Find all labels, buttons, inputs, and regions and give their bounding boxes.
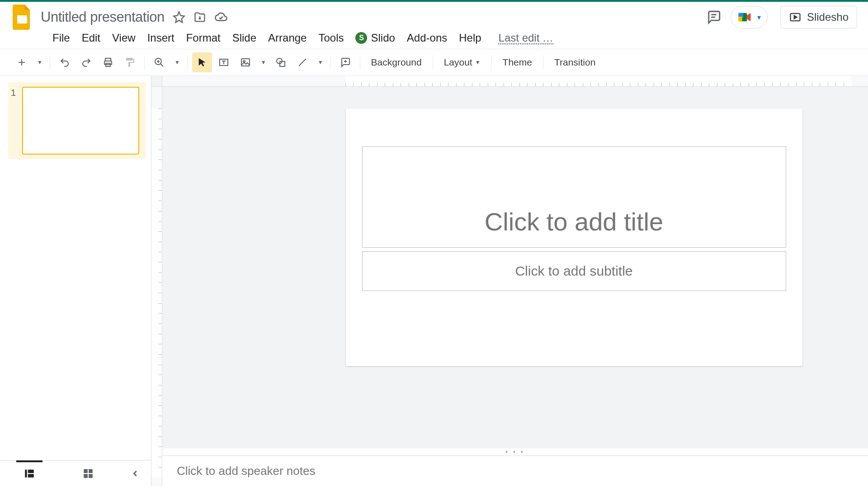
menu-help[interactable]: Help	[459, 32, 481, 44]
speaker-notes[interactable]: Click to add speaker notes	[162, 455, 868, 486]
comments-icon[interactable]	[706, 9, 722, 25]
background-button[interactable]: Background	[365, 52, 428, 72]
separator	[543, 55, 543, 70]
header: Untitled presentation ▾ Slidesho	[0, 2, 868, 29]
svg-rect-26	[25, 469, 27, 477]
zoom-button[interactable]	[149, 52, 169, 72]
separator	[50, 55, 50, 70]
print-button[interactable]	[98, 52, 118, 72]
svg-rect-30	[89, 469, 93, 473]
zoom-dropdown[interactable]: ▼	[171, 52, 183, 72]
menu-tools[interactable]: Tools	[318, 32, 344, 44]
svg-rect-5	[739, 17, 742, 22]
move-icon[interactable]	[193, 11, 206, 23]
slide-number: 1	[11, 87, 16, 155]
slide-canvas[interactable]: Click to add title Click to add subtitle	[346, 108, 802, 366]
cloud-status-icon[interactable]	[214, 10, 228, 24]
image-tool[interactable]	[236, 52, 255, 72]
transition-button[interactable]: Transition	[548, 52, 602, 72]
menu-edit[interactable]: Edit	[82, 32, 100, 44]
layout-button[interactable]: Layout ▼	[438, 52, 487, 72]
redo-button[interactable]	[76, 52, 96, 72]
dropdown-caret-icon: ▾	[757, 13, 761, 22]
slide-thumbnail[interactable]	[22, 87, 139, 155]
filmstrip-view-tab[interactable]	[0, 460, 59, 486]
svg-rect-28	[28, 474, 34, 478]
slide-thumbnail-row[interactable]: 1	[8, 82, 146, 159]
last-edit-link[interactable]: Last edit …	[499, 32, 553, 44]
separator	[187, 55, 188, 70]
document-title[interactable]: Untitled presentation	[41, 9, 165, 25]
meet-button[interactable]: ▾	[731, 6, 768, 28]
grid-view-tab[interactable]	[59, 460, 118, 486]
horizontal-ruler[interactable]	[162, 76, 868, 87]
layout-label: Layout	[444, 57, 472, 68]
main-area: 1	[0, 76, 868, 486]
shape-tool[interactable]	[271, 52, 291, 72]
menu-file[interactable]: File	[52, 32, 70, 44]
svg-rect-32	[89, 474, 93, 478]
separator	[144, 55, 145, 70]
comment-button[interactable]	[335, 52, 355, 72]
line-dropdown[interactable]: ▼	[314, 52, 326, 72]
textbox-tool[interactable]	[214, 52, 234, 72]
dropdown-caret-icon: ▼	[475, 59, 481, 66]
undo-button[interactable]	[55, 52, 75, 72]
new-slide-button[interactable]	[12, 52, 32, 72]
separator	[360, 55, 360, 70]
menu-format[interactable]: Format	[186, 32, 221, 44]
separator	[433, 55, 433, 70]
menu-slide[interactable]: Slide	[232, 32, 256, 44]
svg-rect-29	[84, 469, 88, 473]
slide-stage[interactable]: Click to add title Click to add subtitle	[162, 87, 868, 448]
new-slide-dropdown[interactable]: ▼	[33, 52, 45, 72]
menu-insert[interactable]: Insert	[147, 32, 175, 44]
filmstrip: 1	[0, 76, 151, 486]
slido-badge-icon: S	[355, 32, 367, 44]
svg-rect-31	[84, 474, 88, 478]
svg-line-23	[299, 59, 306, 66]
svg-line-13	[160, 64, 163, 66]
slides-logo[interactable]	[11, 6, 33, 28]
menu-slido[interactable]: S Slido	[355, 32, 395, 44]
svg-rect-19	[241, 59, 250, 66]
menu-arrange[interactable]: Arrange	[268, 32, 307, 44]
ruler-corner	[151, 76, 162, 87]
notes-splitter[interactable]: • • •	[162, 448, 868, 455]
menu-view[interactable]: View	[112, 32, 136, 44]
star-icon[interactable]	[173, 11, 185, 23]
menubar: File Edit View Insert Format Slide Arran…	[0, 29, 868, 49]
vertical-ruler[interactable]	[151, 87, 162, 486]
select-tool[interactable]	[192, 52, 212, 72]
line-tool[interactable]	[292, 52, 312, 72]
theme-button[interactable]: Theme	[496, 52, 538, 72]
filmstrip-footer	[0, 460, 151, 486]
subtitle-placeholder[interactable]: Click to add subtitle	[362, 251, 786, 291]
paint-format-button[interactable]	[120, 52, 140, 72]
menu-addons[interactable]: Add-ons	[407, 32, 447, 44]
svg-rect-22	[280, 61, 285, 66]
separator	[330, 55, 331, 70]
collapse-filmstrip-button[interactable]	[118, 469, 151, 479]
svg-rect-27	[28, 469, 34, 473]
slideshow-button[interactable]: Slidesho	[780, 6, 857, 28]
menu-slido-label: Slido	[371, 32, 395, 44]
image-dropdown[interactable]: ▼	[257, 52, 269, 72]
canvas-area: Click to add title Click to add subtitle…	[151, 76, 868, 486]
toolbar: ▼ ▼ ▼ ▼ Background Layout ▼ Theme	[0, 49, 868, 76]
slideshow-label: Slidesho	[807, 11, 849, 23]
title-placeholder[interactable]: Click to add title	[362, 146, 786, 248]
svg-rect-0	[17, 15, 27, 23]
separator	[491, 55, 492, 70]
